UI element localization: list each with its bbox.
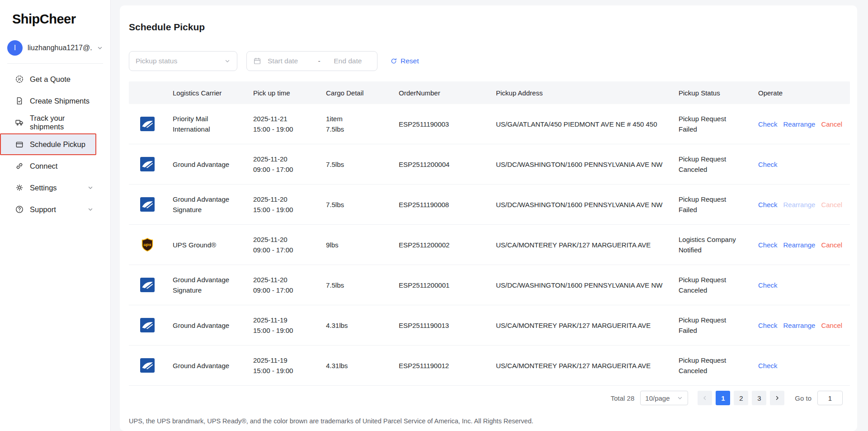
table-header: Logistics Carrier Pick up time Cargo Det…	[129, 81, 850, 104]
cargo-detail-cell: 7.5lbs	[319, 159, 392, 170]
page-button-1[interactable]: 1	[716, 391, 730, 405]
app-logo: ShipCheer	[0, 12, 110, 27]
sidebar-item-label: Support	[30, 205, 81, 214]
rearrange-link[interactable]: Rearrange	[783, 320, 816, 331]
cancel-link[interactable]: Cancel	[821, 320, 842, 331]
order-number-cell: ESP2511200004	[392, 159, 489, 170]
question-circle-icon	[15, 205, 24, 214]
page-button-2[interactable]: 2	[734, 391, 748, 405]
ups-trademark-disclaimer: UPS, the UPS brandmark, UPS Ready®, and …	[129, 417, 850, 425]
pickup-status-cell: Pickup Request Failed	[672, 194, 751, 215]
reset-button[interactable]: Reset	[390, 57, 419, 65]
carrier-logo-cell	[129, 278, 166, 292]
check-link[interactable]: Check	[758, 199, 778, 210]
carrier-name-cell: Priority Mail International	[166, 114, 246, 134]
goto-label: Go to	[795, 394, 811, 402]
sidebar-item-label: Schedule Pickup	[30, 140, 95, 149]
start-date-input[interactable]: Start date	[268, 57, 313, 65]
check-link[interactable]: Check	[758, 280, 778, 290]
chevron-down-icon	[224, 58, 231, 64]
column-header-pickup-address: Pickup Address	[489, 89, 672, 97]
next-page-button[interactable]	[770, 391, 784, 405]
cargo-detail-cell: 4.31lbs	[319, 320, 392, 331]
pickup-address-cell: US/CA/MONTEREY PARK/127 MARGUERITA AVE	[489, 360, 672, 371]
pickup-address-cell: US/DC/WASHINGTON/1600 PENNSYLVANIA AVE N…	[489, 159, 672, 170]
sidebar-item-settings[interactable]: Settings	[0, 177, 96, 199]
pickup-address-cell: US/DC/WASHINGTON/1600 PENNSYLVANIA AVE N…	[489, 199, 672, 210]
sidebar: ShipCheer l liuzhanghua1217@... Get a Qu…	[0, 0, 111, 431]
pickup-time-cell: 2025-11-2015:00 - 19:00	[246, 194, 319, 215]
usps-logo-icon	[140, 117, 155, 131]
chevron-down-icon	[87, 206, 94, 213]
check-link[interactable]: Check	[758, 360, 778, 371]
schedule-pickup-card: Schedule Pickup Pickup status Start date…	[120, 5, 857, 431]
carrier-name-cell: Ground Advantage Signature	[166, 194, 246, 215]
user-account-menu[interactable]: l liuzhanghua1217@...	[7, 40, 103, 64]
order-number-cell: ESP2511200002	[392, 240, 489, 250]
cargo-detail-cell: 1item7.5lbs	[319, 114, 392, 134]
package-icon	[15, 140, 24, 149]
check-link[interactable]: Check	[758, 119, 778, 129]
sidebar-item-get-a-quote[interactable]: Get a Quote	[0, 68, 96, 90]
order-number-cell: ESP2511190003	[392, 119, 489, 129]
end-date-input[interactable]: End date	[325, 57, 371, 65]
order-number-cell: ESP2511190013	[392, 320, 489, 331]
sidebar-item-create-shipments[interactable]: Create Shipments	[0, 90, 96, 112]
link-icon	[15, 161, 24, 171]
cargo-detail-cell: 4.31lbs	[319, 360, 392, 371]
pickup-time-cell: 2025-11-2009:00 - 17:00	[246, 154, 319, 175]
pickup-address-cell: US/DC/WASHINGTON/1600 PENNSYLVANIA AVE N…	[489, 280, 672, 290]
check-link[interactable]: Check	[758, 320, 778, 331]
goto-page-input[interactable]	[817, 391, 843, 405]
app-root: ShipCheer l liuzhanghua1217@... Get a Qu…	[0, 0, 868, 431]
filter-bar: Pickup status Start date - End date	[129, 51, 850, 71]
rearrange-link[interactable]: Rearrange	[783, 119, 816, 129]
page-size-select[interactable]: 10/page	[640, 391, 688, 405]
sidebar-item-connect[interactable]: Connect	[0, 155, 96, 177]
previous-page-button[interactable]	[698, 391, 712, 405]
pickup-status-select[interactable]: Pickup status	[129, 51, 237, 71]
page-button-3[interactable]: 3	[752, 391, 766, 405]
carrier-name-cell: Ground Advantage	[166, 360, 246, 371]
sidebar-item-support[interactable]: Support	[0, 199, 96, 220]
table-row: Ground Advantage 2025-11-2009:00 - 17:00…	[129, 144, 850, 185]
cancel-link[interactable]: Cancel	[821, 240, 842, 250]
pickup-time-cell: 2025-11-1915:00 - 19:00	[246, 355, 319, 376]
cancel-link[interactable]: Cancel	[821, 199, 842, 210]
table-body: Priority Mail International 2025-11-2115…	[129, 104, 850, 386]
column-header-pick-up-time: Pick up time	[246, 89, 319, 97]
chevron-down-icon	[677, 395, 683, 401]
pickup-time-cell: 2025-11-2009:00 - 17:00	[246, 234, 319, 255]
carrier-name-cell: Ground Advantage Signature	[166, 275, 246, 295]
reset-label: Reset	[401, 57, 419, 65]
pickup-time-cell: 2025-11-2115:00 - 19:00	[246, 114, 319, 134]
table-row: Priority Mail International 2025-11-2115…	[129, 104, 850, 144]
rearrange-link[interactable]: Rearrange	[783, 199, 816, 210]
operate-cell: CheckRearrangeCancel	[751, 320, 850, 331]
cancel-link[interactable]: Cancel	[821, 119, 842, 129]
carrier-logo-cell	[129, 358, 166, 373]
carrier-logo-cell	[129, 117, 166, 131]
date-range-picker[interactable]: Start date - End date	[246, 51, 377, 71]
sidebar-item-track-your-shipments[interactable]: Track your shipments	[0, 112, 96, 133]
sidebar-item-label: Connect	[30, 162, 95, 171]
table-row: Ground Advantage Signature 2025-11-2015:…	[129, 185, 850, 225]
operate-cell: Check	[751, 360, 850, 371]
sidebar-item-schedule-pickup[interactable]: Schedule Pickup	[0, 133, 96, 155]
usps-logo-icon	[140, 197, 155, 212]
check-link[interactable]: Check	[758, 240, 778, 250]
sidebar-item-label: Track your shipments	[30, 114, 95, 131]
page-buttons-group: 123	[698, 391, 784, 405]
order-number-cell: ESP2511190008	[392, 199, 489, 210]
pickup-status-cell: Pickup Request Failed	[672, 315, 751, 336]
carrier-name-cell: UPS Ground®	[166, 240, 246, 250]
sidebar-item-label: Get a Quote	[30, 75, 95, 84]
user-email: liuzhanghua1217@...	[28, 44, 92, 52]
table-row: Ground Advantage Signature 2025-11-2009:…	[129, 265, 850, 305]
pickup-status-cell: Pickup Request Canceled	[672, 275, 751, 295]
rearrange-link[interactable]: Rearrange	[783, 240, 816, 250]
check-link[interactable]: Check	[758, 159, 778, 170]
truck-icon	[15, 118, 24, 127]
table-row: ups UPS Ground® 2025-11-2009:00 - 17:00 …	[129, 225, 850, 265]
operate-cell: CheckRearrangeCancel	[751, 199, 850, 210]
